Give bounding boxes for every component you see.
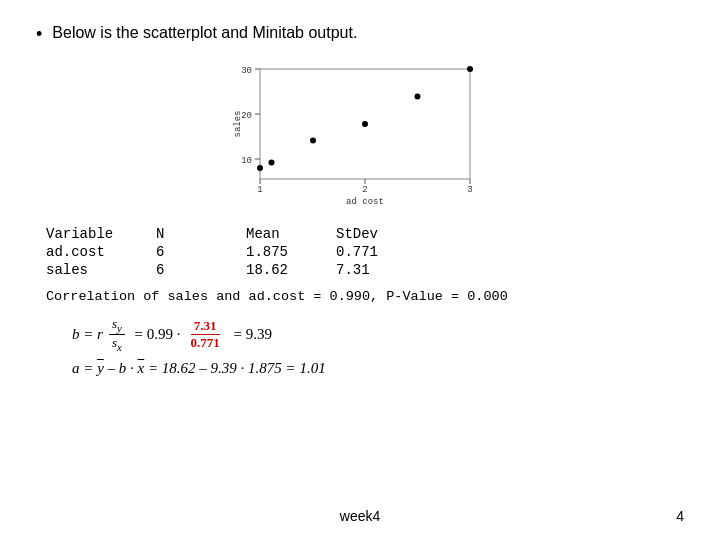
fraction-values: 7.31 0.771 (188, 318, 223, 351)
scatterplot-svg: 30 20 10 1 2 3 ad cost sales (230, 59, 490, 209)
adcost-variable: ad.cost (46, 243, 156, 261)
svg-point-16 (269, 160, 275, 166)
footer-week: week4 (340, 508, 380, 524)
svg-point-17 (310, 138, 316, 144)
svg-text:10: 10 (241, 156, 252, 166)
svg-point-15 (257, 165, 263, 171)
svg-point-20 (467, 66, 473, 72)
svg-point-18 (362, 121, 368, 127)
adcost-mean: 1.875 (246, 243, 336, 261)
col-stdev: StDev (336, 225, 426, 243)
svg-text:sales: sales (233, 110, 243, 137)
b-result: = 9.39 (230, 326, 272, 343)
formula-a: a = y – b · x = 18.62 – 9.39 · 1.875 = 1… (72, 360, 684, 377)
footer: week4 4 (0, 508, 720, 524)
sales-stdev: 7.31 (336, 261, 426, 279)
stats-header-row: Variable N Mean StDev (46, 225, 684, 243)
formulas-section: b = r sy sx = 0.99 · 7.31 0.771 = 9.39 a… (72, 316, 684, 377)
svg-text:ad cost: ad cost (346, 197, 384, 207)
den-val: 0.771 (188, 335, 223, 351)
a-text: a = y – b · x = 18.62 – 9.39 · 1.875 = 1… (72, 360, 326, 377)
svg-text:30: 30 (241, 66, 252, 76)
footer-page: 4 (676, 508, 684, 524)
sy-numer: sy (109, 316, 125, 335)
stats-table: Variable N Mean StDev ad.cost 6 1.875 0.… (46, 225, 684, 279)
sx-denom: sx (109, 335, 125, 353)
bullet-line: • Below is the scatterplot and Minitab o… (36, 24, 684, 45)
svg-point-19 (415, 94, 421, 100)
sales-variable: sales (46, 261, 156, 279)
sales-n: 6 (156, 261, 246, 279)
bullet-dot: • (36, 24, 42, 45)
formula-b: b = r sy sx = 0.99 · 7.31 0.771 = 9.39 (72, 316, 684, 352)
col-n: N (156, 225, 246, 243)
sales-mean: 18.62 (246, 261, 336, 279)
stats-row-sales: sales 6 18.62 7.31 (46, 261, 684, 279)
bullet-text: Below is the scatterplot and Minitab out… (52, 24, 357, 42)
correlation-line: Correlation of sales and ad.cost = 0.990… (46, 289, 684, 304)
b-eq1: = 0.99 · (131, 326, 181, 343)
b-lhs: b = r (72, 326, 103, 343)
fraction-sy-sx: sy sx (109, 316, 125, 352)
col-mean: Mean (246, 225, 336, 243)
svg-text:1: 1 (257, 185, 262, 195)
svg-text:2: 2 (362, 185, 367, 195)
num-val: 7.31 (191, 318, 220, 335)
svg-text:3: 3 (467, 185, 472, 195)
scatterplot-wrap: 30 20 10 1 2 3 ad cost sales (230, 59, 490, 209)
adcost-n: 6 (156, 243, 246, 261)
stats-row-adcost: ad.cost 6 1.875 0.771 (46, 243, 684, 261)
scatterplot-container: 30 20 10 1 2 3 ad cost sales (36, 59, 684, 209)
col-variable: Variable (46, 225, 156, 243)
adcost-stdev: 0.771 (336, 243, 426, 261)
